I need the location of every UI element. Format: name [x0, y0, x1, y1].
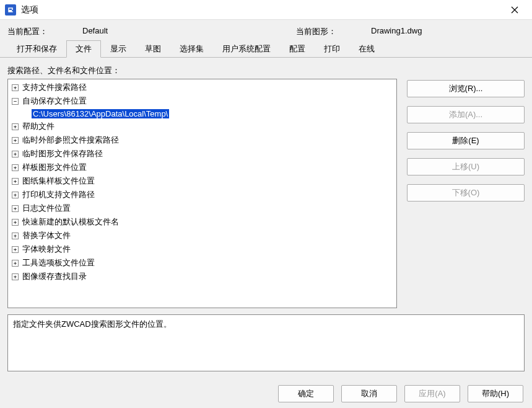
- info-row: 当前配置： Default 当前图形： Drawing1.dwg: [0, 20, 532, 40]
- tree-item[interactable]: −自动保存文件位置: [8, 94, 396, 108]
- tab-8[interactable]: 在线: [349, 40, 384, 58]
- tab-7[interactable]: 打印: [315, 40, 349, 58]
- expand-icon[interactable]: +: [12, 178, 19, 185]
- expand-icon[interactable]: +: [12, 164, 19, 171]
- tree-item-label: 快速新建的默认模板文件名: [22, 216, 119, 228]
- expand-icon[interactable]: +: [12, 233, 19, 239]
- expand-icon[interactable]: +: [12, 151, 19, 157]
- footer: 确定 取消 应用(A) 帮助(H): [0, 379, 532, 408]
- drawing-value: Drawing1.dwg: [371, 26, 482, 37]
- titlebar: 选项: [0, 0, 532, 20]
- tree-item[interactable]: +替换字体文件: [8, 229, 396, 242]
- tree-item[interactable]: +样板图形文件位置: [8, 161, 396, 174]
- tree-item-label: 支持文件搜索路径: [22, 82, 87, 93]
- add-button[interactable]: 添加(A)...: [407, 106, 525, 123]
- tree-item[interactable]: +日志文件位置: [8, 202, 396, 215]
- config-label: 当前配置：: [7, 26, 48, 37]
- tab-4[interactable]: 选择集: [170, 40, 213, 58]
- description-text: 指定文件夹供ZWCAD搜索图形文件的位置。: [13, 319, 172, 329]
- app-icon: [5, 4, 16, 16]
- expand-icon[interactable]: +: [12, 84, 19, 91]
- tree-item[interactable]: +图像缓存查找目录: [8, 270, 396, 283]
- tree-item-label: 日志文件位置: [22, 203, 71, 214]
- tree-item-label: 替换字体文件: [22, 230, 71, 241]
- config-value: Default: [82, 26, 194, 37]
- tree-item[interactable]: +支持文件搜索路径: [8, 81, 396, 94]
- tab-3[interactable]: 草图: [136, 40, 170, 58]
- drawing-label: 当前图形：: [296, 26, 336, 37]
- tree-item-label: 图像缓存查找目录: [22, 271, 87, 282]
- tree-item-label: 临时图形文件保存路径: [22, 148, 103, 159]
- tree-box[interactable]: +支持文件搜索路径−自动保存文件位置C:\Users\86132\AppData…: [7, 79, 397, 308]
- expand-icon[interactable]: +: [12, 246, 19, 253]
- tree-item-label: 自动保存文件位置: [22, 95, 87, 107]
- tree-item[interactable]: +临时图形文件保存路径: [8, 147, 396, 161]
- tree-item-label: 样板图形文件位置: [22, 162, 87, 173]
- browse-button[interactable]: 浏览(R)...: [407, 80, 525, 97]
- expand-icon[interactable]: +: [12, 137, 19, 144]
- expand-icon[interactable]: +: [12, 123, 19, 130]
- ok-button[interactable]: 确定: [278, 385, 334, 402]
- expand-icon[interactable]: +: [12, 219, 19, 226]
- help-button[interactable]: 帮助(H): [468, 385, 523, 402]
- tree-leaf[interactable]: C:\Users\86132\AppData\Local\Temp\: [8, 108, 396, 120]
- tab-2[interactable]: 显示: [101, 40, 136, 58]
- expand-icon[interactable]: +: [12, 205, 19, 212]
- tree-item[interactable]: +快速新建的默认模板文件名: [8, 215, 396, 229]
- section-label: 搜索路径、文件名和文件位置：: [7, 65, 397, 76]
- tree-item-label: 打印机支持文件路径: [22, 189, 95, 200]
- tree-item-label: 图纸集样板文件位置: [22, 175, 95, 187]
- tree-item-label: 工具选项板文件位置: [22, 257, 95, 268]
- cancel-button[interactable]: 取消: [341, 385, 397, 402]
- tree-item-label: 临时外部参照文件搜索路径: [22, 135, 119, 146]
- expand-icon[interactable]: +: [12, 260, 19, 267]
- tab-0[interactable]: 打开和保存: [7, 40, 66, 58]
- tree-item[interactable]: +字体映射文件: [8, 242, 396, 256]
- moveup-button[interactable]: 上移(U): [407, 158, 525, 175]
- expand-icon[interactable]: +: [12, 192, 19, 198]
- tree-leaf-label: C:\Users\86132\AppData\Local\Temp\: [32, 109, 169, 118]
- tabs: 打开和保存文件显示草图选择集用户系统配置配置打印在线: [0, 40, 532, 58]
- tree-item[interactable]: +临时外部参照文件搜索路径: [8, 133, 396, 147]
- tab-5[interactable]: 用户系统配置: [213, 40, 280, 58]
- movedown-button[interactable]: 下移(O): [407, 184, 525, 202]
- tree-item[interactable]: +工具选项板文件位置: [8, 256, 396, 270]
- collapse-icon[interactable]: −: [12, 98, 19, 105]
- tree-item-label: 字体映射文件: [22, 244, 71, 255]
- close-button[interactable]: [502, 1, 527, 19]
- window-title: 选项: [21, 4, 502, 16]
- description-box: 指定文件夹供ZWCAD搜索图形文件的位置。: [7, 314, 525, 371]
- apply-button[interactable]: 应用(A): [404, 385, 460, 402]
- delete-button[interactable]: 删除(E): [407, 132, 525, 149]
- tree-item-label: 帮助文件: [22, 121, 55, 132]
- tab-6[interactable]: 配置: [280, 40, 315, 58]
- tree-item[interactable]: +帮助文件: [8, 120, 396, 133]
- tree-item[interactable]: +图纸集样板文件位置: [8, 174, 396, 188]
- expand-icon[interactable]: +: [12, 273, 19, 280]
- tree-item[interactable]: +打印机支持文件路径: [8, 188, 396, 202]
- tab-1[interactable]: 文件: [66, 40, 101, 58]
